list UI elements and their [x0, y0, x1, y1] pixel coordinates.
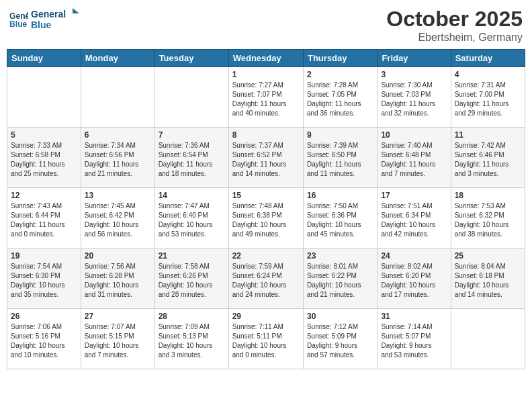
day-info: Sunrise: 7:43 AM Sunset: 6:44 PM Dayligh… — [11, 201, 77, 239]
day-cell-25: 25Sunrise: 8:04 AM Sunset: 6:18 PM Dayli… — [451, 248, 525, 309]
day-cell-15: 15Sunrise: 7:48 AM Sunset: 6:38 PM Dayli… — [228, 188, 303, 248]
day-cell-22: 22Sunrise: 7:59 AM Sunset: 6:24 PM Dayli… — [228, 248, 303, 309]
day-cell-23: 23Sunrise: 8:01 AM Sunset: 6:22 PM Dayli… — [303, 248, 377, 309]
day-cell-17: 17Sunrise: 7:51 AM Sunset: 6:34 PM Dayli… — [378, 188, 451, 248]
day-number: 21 — [159, 251, 225, 261]
day-info: Sunrise: 7:33 AM Sunset: 6:58 PM Dayligh… — [11, 141, 77, 179]
day-info: Sunrise: 8:02 AM Sunset: 6:20 PM Dayligh… — [381, 262, 447, 300]
day-number: 29 — [232, 312, 300, 321]
weekday-header-thursday: Thursday — [303, 50, 377, 67]
day-cell-8: 8Sunrise: 7:37 AM Sunset: 6:52 PM Daylig… — [228, 128, 303, 188]
day-info: Sunrise: 7:56 AM Sunset: 6:28 PM Dayligh… — [85, 262, 151, 300]
day-number: 22 — [232, 251, 300, 261]
day-info: Sunrise: 7:58 AM Sunset: 6:26 PM Dayligh… — [159, 262, 225, 300]
day-number: 6 — [85, 130, 151, 140]
day-number: 26 — [11, 312, 77, 321]
week-row-3: 12Sunrise: 7:43 AM Sunset: 6:44 PM Dayli… — [7, 188, 525, 248]
day-info: Sunrise: 7:53 AM Sunset: 6:32 PM Dayligh… — [455, 201, 521, 239]
empty-cell — [81, 67, 154, 128]
day-cell-14: 14Sunrise: 7:47 AM Sunset: 6:40 PM Dayli… — [154, 188, 228, 248]
day-info: Sunrise: 8:01 AM Sunset: 6:22 PM Dayligh… — [307, 262, 373, 300]
week-row-4: 19Sunrise: 7:54 AM Sunset: 6:30 PM Dayli… — [7, 248, 525, 309]
day-cell-10: 10Sunrise: 7:40 AM Sunset: 6:48 PM Dayli… — [378, 128, 451, 188]
day-info: Sunrise: 7:11 AM Sunset: 5:11 PM Dayligh… — [232, 322, 300, 360]
weekday-header-row: SundayMondayTuesdayWednesdayThursdayFrid… — [7, 50, 525, 67]
day-cell-11: 11Sunrise: 7:42 AM Sunset: 6:46 PM Dayli… — [451, 128, 525, 188]
day-cell-12: 12Sunrise: 7:43 AM Sunset: 6:44 PM Dayli… — [7, 188, 81, 248]
day-info: Sunrise: 7:42 AM Sunset: 6:46 PM Dayligh… — [455, 141, 521, 179]
weekday-header-sunday: Sunday — [7, 50, 81, 67]
day-cell-30: 30Sunrise: 7:12 AM Sunset: 5:09 PM Dayli… — [303, 309, 377, 369]
day-info: Sunrise: 7:48 AM Sunset: 6:38 PM Dayligh… — [232, 201, 300, 239]
day-number: 30 — [307, 312, 373, 321]
day-info: Sunrise: 7:07 AM Sunset: 5:15 PM Dayligh… — [85, 322, 151, 360]
day-info: Sunrise: 7:27 AM Sunset: 7:07 PM Dayligh… — [232, 81, 300, 118]
day-number: 28 — [159, 312, 225, 321]
month-title: October 2025 — [386, 7, 523, 32]
weekday-header-monday: Monday — [81, 50, 154, 67]
day-cell-19: 19Sunrise: 7:54 AM Sunset: 6:30 PM Dayli… — [7, 248, 81, 309]
weekday-header-saturday: Saturday — [451, 50, 525, 67]
day-info: Sunrise: 7:06 AM Sunset: 5:16 PM Dayligh… — [11, 322, 77, 360]
day-number: 4 — [455, 70, 521, 79]
week-row-5: 26Sunrise: 7:06 AM Sunset: 5:16 PM Dayli… — [7, 309, 525, 369]
day-number: 27 — [85, 312, 151, 321]
day-number: 19 — [11, 251, 77, 261]
day-cell-28: 28Sunrise: 7:09 AM Sunset: 5:13 PM Dayli… — [154, 309, 228, 369]
day-cell-29: 29Sunrise: 7:11 AM Sunset: 5:11 PM Dayli… — [228, 309, 303, 369]
day-number: 18 — [455, 191, 521, 200]
logo-graphic: General Blue — [31, 7, 85, 32]
page-header: General Blue General Blue October 2025 E… — [7, 7, 525, 44]
weekday-header-wednesday: Wednesday — [228, 50, 303, 67]
day-info: Sunrise: 7:40 AM Sunset: 6:48 PM Dayligh… — [381, 141, 447, 179]
day-cell-18: 18Sunrise: 7:53 AM Sunset: 6:32 PM Dayli… — [451, 188, 525, 248]
day-cell-16: 16Sunrise: 7:50 AM Sunset: 6:36 PM Dayli… — [303, 188, 377, 248]
day-number: 25 — [455, 251, 521, 261]
day-number: 24 — [381, 251, 447, 261]
calendar-table: SundayMondayTuesdayWednesdayThursdayFrid… — [7, 49, 525, 369]
day-info: Sunrise: 7:47 AM Sunset: 6:40 PM Dayligh… — [159, 201, 225, 239]
day-info: Sunrise: 7:14 AM Sunset: 5:07 PM Dayligh… — [381, 322, 447, 360]
day-number: 12 — [11, 191, 77, 200]
day-info: Sunrise: 7:39 AM Sunset: 6:50 PM Dayligh… — [307, 141, 373, 179]
day-cell-7: 7Sunrise: 7:36 AM Sunset: 6:54 PM Daylig… — [154, 128, 228, 188]
day-number: 7 — [159, 130, 225, 140]
day-cell-21: 21Sunrise: 7:58 AM Sunset: 6:26 PM Dayli… — [154, 248, 228, 309]
day-cell-1: 1Sunrise: 7:27 AM Sunset: 7:07 PM Daylig… — [228, 67, 303, 128]
day-number: 3 — [381, 70, 447, 79]
day-info: Sunrise: 7:28 AM Sunset: 7:05 PM Dayligh… — [307, 81, 373, 118]
svg-marker-4 — [73, 8, 79, 13]
day-info: Sunrise: 7:45 AM Sunset: 6:42 PM Dayligh… — [85, 201, 151, 239]
weekday-header-tuesday: Tuesday — [154, 50, 228, 67]
day-number: 23 — [307, 251, 373, 261]
day-number: 13 — [85, 191, 151, 200]
day-info: Sunrise: 7:51 AM Sunset: 6:34 PM Dayligh… — [381, 201, 447, 239]
day-cell-24: 24Sunrise: 8:02 AM Sunset: 6:20 PM Dayli… — [378, 248, 451, 309]
day-cell-5: 5Sunrise: 7:33 AM Sunset: 6:58 PM Daylig… — [7, 128, 81, 188]
day-info: Sunrise: 7:37 AM Sunset: 6:52 PM Dayligh… — [232, 141, 300, 179]
day-cell-3: 3Sunrise: 7:30 AM Sunset: 7:03 PM Daylig… — [378, 67, 451, 128]
svg-text:Blue: Blue — [9, 19, 28, 29]
day-number: 14 — [159, 191, 225, 200]
day-number: 11 — [455, 130, 521, 140]
day-info: Sunrise: 8:04 AM Sunset: 6:18 PM Dayligh… — [455, 262, 521, 300]
empty-cell — [154, 67, 228, 128]
day-info: Sunrise: 7:31 AM Sunset: 7:00 PM Dayligh… — [455, 81, 521, 118]
day-info: Sunrise: 7:54 AM Sunset: 6:30 PM Dayligh… — [11, 262, 77, 300]
day-number: 8 — [232, 130, 300, 140]
day-number: 1 — [232, 70, 300, 79]
day-cell-13: 13Sunrise: 7:45 AM Sunset: 6:42 PM Dayli… — [81, 188, 154, 248]
day-cell-20: 20Sunrise: 7:56 AM Sunset: 6:28 PM Dayli… — [81, 248, 154, 309]
day-number: 15 — [232, 191, 300, 200]
week-row-1: 1Sunrise: 7:27 AM Sunset: 7:07 PM Daylig… — [7, 67, 525, 128]
day-info: Sunrise: 7:12 AM Sunset: 5:09 PM Dayligh… — [307, 322, 373, 360]
day-info: Sunrise: 7:09 AM Sunset: 5:13 PM Dayligh… — [159, 322, 225, 360]
day-number: 31 — [381, 312, 447, 321]
day-info: Sunrise: 7:50 AM Sunset: 6:36 PM Dayligh… — [307, 201, 373, 239]
day-cell-2: 2Sunrise: 7:28 AM Sunset: 7:05 PM Daylig… — [303, 67, 377, 128]
day-number: 9 — [307, 130, 373, 140]
empty-cell — [7, 67, 81, 128]
day-number: 2 — [307, 70, 373, 79]
day-cell-26: 26Sunrise: 7:06 AM Sunset: 5:16 PM Dayli… — [7, 309, 81, 369]
day-cell-9: 9Sunrise: 7:39 AM Sunset: 6:50 PM Daylig… — [303, 128, 377, 188]
